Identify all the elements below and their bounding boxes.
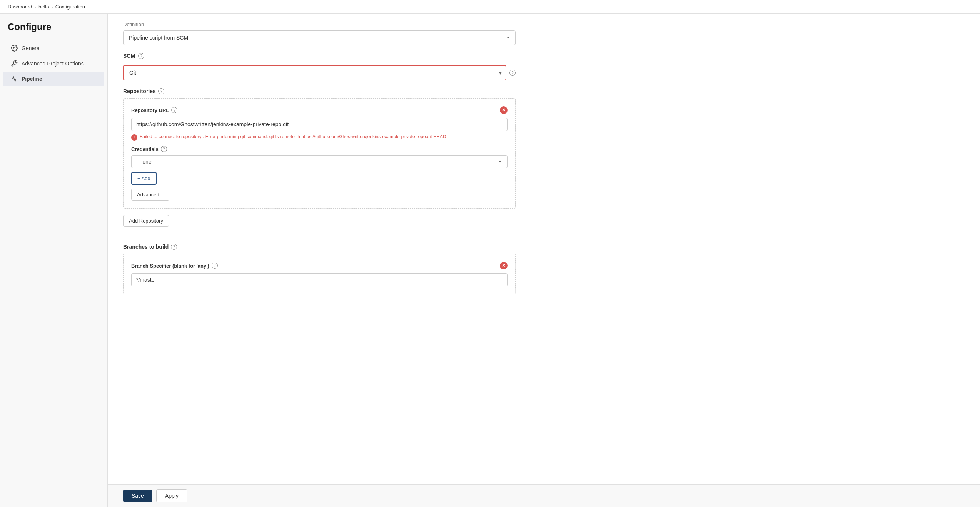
credentials-label-row: Credentials ?: [131, 146, 508, 152]
credentials-help-icon[interactable]: ?: [161, 146, 167, 152]
breadcrumb: Dashboard › hello › Configuration: [0, 0, 980, 14]
advanced-button-row: Advanced...: [131, 189, 508, 201]
add-button-row: + Add: [131, 172, 508, 189]
scm-extra-help-icon[interactable]: ?: [509, 70, 516, 76]
sidebar-item-advanced-project-options[interactable]: Advanced Project Options: [3, 56, 104, 71]
scm-help-icon[interactable]: ?: [138, 53, 144, 59]
branch-close-button[interactable]: ✕: [500, 262, 508, 269]
sidebar-item-advanced-label: Advanced Project Options: [22, 60, 84, 67]
breadcrumb-configuration[interactable]: Configuration: [55, 4, 85, 10]
branch-specifier-header: Branch Specifier (blank for 'any') ? ✕: [131, 262, 508, 269]
repo-url-input[interactable]: [131, 118, 508, 131]
scm-label: SCM: [123, 53, 135, 59]
error-text: Failed to connect to repository : Error …: [140, 134, 446, 139]
save-button[interactable]: Save: [123, 490, 152, 502]
branches-label: Branches to build: [123, 244, 169, 250]
branches-header: Branches to build ?: [123, 244, 516, 250]
footer-bar: Save Apply: [108, 484, 980, 507]
breadcrumb-sep-1: ›: [35, 4, 36, 10]
credentials-label: Credentials: [131, 146, 159, 152]
definition-label: Definition: [123, 22, 516, 27]
error-icon: !: [131, 134, 137, 141]
sidebar-item-general[interactable]: General: [3, 41, 104, 55]
breadcrumb-sep-2: ›: [51, 4, 53, 10]
breadcrumb-hello[interactable]: hello: [38, 4, 49, 10]
repositories-header: Repositories ?: [123, 88, 516, 94]
repo-close-button[interactable]: ✕: [500, 106, 508, 114]
repo-url-help-icon[interactable]: ?: [171, 107, 177, 113]
repositories-help-icon[interactable]: ?: [158, 88, 164, 94]
branch-specifier-help-icon[interactable]: ?: [212, 263, 218, 269]
branch-specifier-label-row: Branch Specifier (blank for 'any') ?: [131, 263, 218, 269]
sidebar-item-pipeline-label: Pipeline: [22, 76, 42, 82]
page-title: Configure: [0, 22, 107, 40]
breadcrumb-dashboard[interactable]: Dashboard: [8, 4, 32, 10]
scm-select[interactable]: Git: [123, 65, 506, 80]
repo-box: Repository URL ? ✕ ! Failed to connect t…: [123, 98, 516, 209]
sidebar-item-pipeline[interactable]: Pipeline: [3, 72, 104, 86]
add-repository-button[interactable]: Add Repository: [123, 215, 169, 227]
add-button[interactable]: + Add: [131, 172, 157, 185]
repo-url-label: Repository URL: [131, 107, 169, 113]
apply-button[interactable]: Apply: [156, 489, 187, 502]
wrench-icon: [11, 60, 18, 67]
error-message: ! Failed to connect to repository : Erro…: [131, 134, 508, 141]
pipeline-script-select[interactable]: Pipeline script from SCM: [123, 30, 516, 45]
advanced-button[interactable]: Advanced...: [131, 189, 169, 201]
repo-url-header: Repository URL ? ✕: [131, 106, 508, 114]
credentials-select[interactable]: - none -: [131, 155, 508, 168]
branches-help-icon[interactable]: ?: [171, 244, 177, 250]
scm-row: SCM ?: [123, 53, 516, 59]
content-area: Definition Pipeline script from SCM SCM …: [108, 14, 980, 507]
repo-url-label-row: Repository URL ?: [131, 107, 177, 113]
branches-section: Branches to build ? Branch Specifier (bl…: [123, 244, 516, 294]
sidebar-item-general-label: General: [22, 45, 41, 51]
pipeline-script-row: Pipeline script from SCM: [123, 30, 516, 45]
svg-point-0: [13, 47, 15, 49]
branch-specifier-label: Branch Specifier (blank for 'any'): [131, 263, 209, 269]
repositories-label: Repositories: [123, 88, 156, 94]
branch-specifier-input[interactable]: [131, 273, 508, 286]
scm-select-wrapper: Git ▾: [123, 65, 506, 80]
gear-icon: [11, 45, 18, 52]
sidebar: Configure General Advanced Project Optio…: [0, 14, 108, 507]
pipeline-icon: [11, 75, 18, 82]
scm-dropdown-row: Git ▾ ?: [123, 65, 516, 80]
repositories-section: Repositories ? Repository URL ? ✕: [123, 88, 516, 236]
branch-box: Branch Specifier (blank for 'any') ? ✕: [123, 254, 516, 294]
